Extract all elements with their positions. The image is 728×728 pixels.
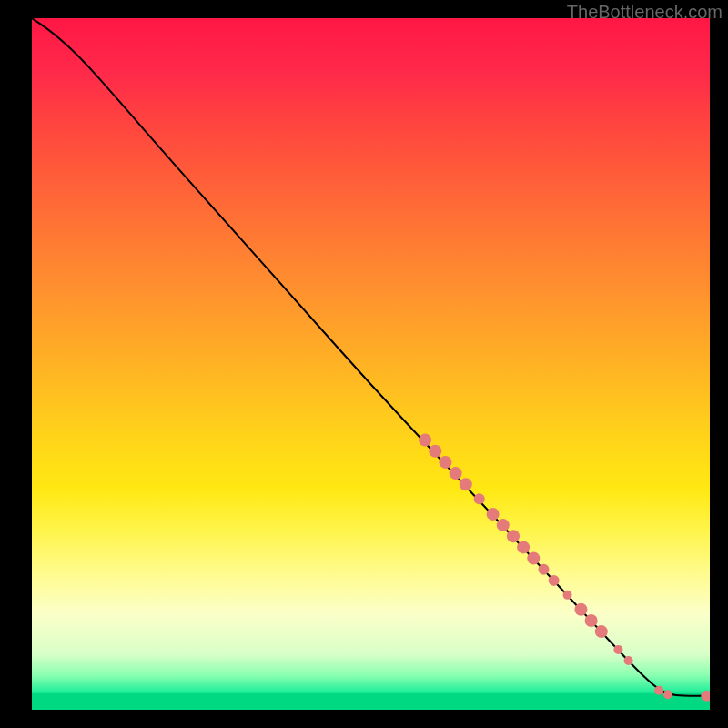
chart-plot-area: [32, 18, 710, 710]
data-point: [613, 645, 622, 654]
data-point: [701, 691, 710, 702]
bottleneck-curve: [32, 18, 710, 696]
data-point: [595, 625, 608, 638]
data-point: [574, 603, 587, 616]
chart-svg: [32, 18, 710, 710]
data-point: [487, 508, 500, 521]
data-point: [474, 493, 485, 504]
data-point: [497, 519, 510, 531]
data-point: [654, 686, 663, 695]
data-point: [507, 530, 520, 542]
data-points-group: [419, 434, 710, 702]
data-point: [460, 478, 472, 490]
data-point: [663, 690, 672, 699]
data-point: [429, 445, 441, 458]
data-point: [450, 467, 462, 480]
data-point: [549, 575, 560, 586]
data-point: [585, 614, 598, 627]
data-point: [527, 552, 540, 565]
watermark-text: TheBottleneck.com: [567, 2, 723, 23]
data-point: [419, 434, 431, 447]
data-point: [538, 564, 549, 575]
data-point: [517, 541, 530, 553]
data-point: [563, 591, 572, 600]
data-point: [624, 656, 633, 665]
data-point: [439, 456, 451, 469]
